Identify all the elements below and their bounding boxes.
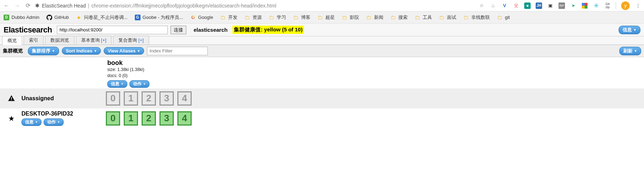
person-icon[interactable]: 웃	[513, 2, 519, 9]
index-info-button[interactable]: 信息▼	[107, 80, 127, 88]
node-row-primary: ★ DESKTOP-36PID32 信息▼ 动作▼ 01234	[0, 108, 644, 128]
v-icon[interactable]: V	[501, 2, 508, 9]
app-logo: Elasticsearch	[4, 25, 52, 35]
profile-avatar[interactable]: y	[621, 1, 630, 10]
bookmark-label: 资源	[252, 14, 262, 21]
shard-4[interactable]: 4	[177, 91, 192, 106]
node-name: DESKTOP-36PID32	[21, 111, 106, 117]
bookmark-item[interactable]: ★问卷星_不止问卷调...	[76, 14, 128, 21]
reload-icon[interactable]: ⟳	[24, 2, 31, 9]
bookmark-item[interactable]: GitHub	[46, 15, 69, 20]
view-aliases-button[interactable]: View Aliases▼	[104, 47, 144, 55]
tab-数据浏览[interactable]: 数据浏览	[45, 36, 74, 45]
folder-icon: 🗀	[463, 15, 469, 20]
bookmark-label: 工具	[423, 14, 432, 21]
menu-icon[interactable]: ⋮	[635, 2, 641, 9]
folder-icon: 🗀	[220, 15, 226, 20]
tab-复合查询[interactable]: 复合查询 [+]	[113, 36, 149, 45]
node-action-button[interactable]: 动作▼	[44, 118, 64, 126]
jh-ext-icon[interactable]: JH	[536, 2, 542, 9]
forward-icon[interactable]: →	[14, 2, 21, 9]
star-icon: ★	[76, 15, 82, 20]
java-icon[interactable]: ♨	[490, 2, 496, 9]
bookmark-item[interactable]: GGoogle	[190, 15, 213, 20]
chevron-down-icon: ▼	[137, 49, 140, 53]
info-button[interactable]: 信息▼	[619, 26, 640, 34]
index-action-button[interactable]: 动作▼	[129, 80, 149, 88]
bookmark-item[interactable]: 🗀搜索	[390, 14, 408, 21]
tab-索引[interactable]: 索引	[24, 36, 44, 45]
star-icon[interactable]: ☆	[478, 2, 485, 9]
bookmark-item[interactable]: 🗀博客	[293, 14, 310, 21]
index-header: book size: 1.38ki (1.38ki) docs: 0 (0) 信…	[0, 57, 644, 88]
chat-ext-icon[interactable]: ▣	[547, 2, 554, 9]
folder-icon: 🗀	[439, 15, 445, 20]
shard-2[interactable]: 2	[142, 91, 156, 106]
bookmark-item[interactable]: 🗀面试	[439, 14, 456, 21]
cluster-health-badge: 集群健康值: yellow (5 of 10)	[232, 26, 304, 34]
chevron-down-icon: ▼	[35, 121, 38, 124]
bookmark-label: Google	[198, 15, 213, 20]
bookmark-label: 新闻	[374, 14, 383, 21]
page-title: ElasticSearch Head	[42, 3, 86, 9]
shard-2[interactable]: 2	[142, 111, 156, 126]
plus-icon: [+]	[137, 37, 143, 43]
site-icon: G	[135, 15, 141, 20]
gitzip-ext-icon[interactable]: Gitzip	[604, 2, 611, 9]
index-name[interactable]: book	[107, 59, 644, 67]
bookmark-label: git	[505, 15, 510, 20]
bookmark-item[interactable]: 🗀学习	[269, 14, 286, 21]
shard-1[interactable]: 1	[124, 111, 138, 126]
overview-label: 集群概览	[3, 48, 23, 54]
bookmark-item[interactable]: 🗀工具	[415, 14, 432, 21]
bookmark-label: 搜索	[398, 14, 408, 21]
bookmark-item[interactable]: 🗀开发	[220, 14, 237, 21]
bookmark-item[interactable]: 🗀新闻	[366, 14, 383, 21]
bookmark-label: 问卷星_不止问卷调...	[84, 14, 128, 21]
rp-ext-icon[interactable]: RP	[559, 2, 565, 9]
svg-rect-4	[11, 97, 12, 99]
shard-0[interactable]: 0	[106, 111, 120, 126]
bookmarks-bar: DDubbo AdminGitHub★问卷星_不止问卷调...GGoobe - …	[0, 11, 644, 24]
shard-3[interactable]: 3	[159, 111, 174, 126]
chevron-down-icon: ▼	[57, 121, 60, 124]
asterisk-ext-icon[interactable]: ✳	[593, 2, 599, 9]
sort-indices-button[interactable]: Sort Indices▼	[62, 47, 101, 55]
bookmark-item[interactable]: 🗀超星	[318, 14, 335, 21]
omnibox[interactable]: ✱ ElasticSearch Head | chrome-extension:…	[35, 2, 276, 9]
sort-cluster-button[interactable]: 集群排序▼	[28, 47, 59, 55]
bookmark-item[interactable]: DDubbo Admin	[4, 15, 39, 20]
shard-1[interactable]: 1	[124, 91, 138, 106]
node-row-unassigned: Unassigned 01234	[0, 88, 644, 108]
tabs-row: 概览索引数据浏览基本查询 [+]复合查询 [+]	[0, 36, 644, 45]
tab-概览[interactable]: 概览	[2, 36, 22, 45]
multicolor-ext-icon[interactable]	[581, 2, 588, 9]
shard-4[interactable]: 4	[177, 111, 192, 126]
shard-3[interactable]: 3	[159, 91, 174, 106]
chevron-down-icon: ▼	[94, 49, 97, 53]
bookmark-item[interactable]: 🗀资源	[245, 14, 262, 21]
plus-icon: [+]	[100, 37, 106, 43]
index-filter-input[interactable]	[147, 47, 208, 55]
bookmark-item[interactable]: 🗀影院	[342, 14, 359, 21]
chevron-down-icon: ▼	[634, 49, 637, 53]
tab-基本查询[interactable]: 基本查询 [+]	[76, 36, 112, 45]
connect-button[interactable]: 连接	[171, 26, 186, 34]
site-icon: D	[4, 15, 9, 20]
bookmark-label: Goobe - 为程序员...	[143, 14, 183, 21]
back-icon[interactable]: ←	[3, 2, 10, 9]
bookmark-item[interactable]: 🗀git	[497, 15, 510, 20]
node-info-button[interactable]: 信息▼	[21, 118, 41, 126]
bookmark-item[interactable]: 🗀非线数联	[463, 14, 490, 21]
bookmark-item[interactable]: GGoobe - 为程序员...	[135, 14, 183, 21]
svg-rect-0	[582, 3, 585, 6]
page-url: chrome-extension://ffmkiejjmecolpfloofpj…	[92, 3, 276, 9]
teal-ext-icon[interactable]: ■	[524, 2, 531, 9]
shard-0[interactable]: 0	[106, 91, 120, 106]
cluster-url-input[interactable]	[57, 26, 168, 34]
github-icon	[46, 15, 52, 20]
chevron-down-icon: ▼	[143, 82, 146, 86]
chevron-down-icon: ▼	[633, 28, 636, 32]
refresh-button[interactable]: 刷新▼	[619, 47, 641, 55]
cursor-ext-icon[interactable]: ➤	[570, 2, 576, 9]
